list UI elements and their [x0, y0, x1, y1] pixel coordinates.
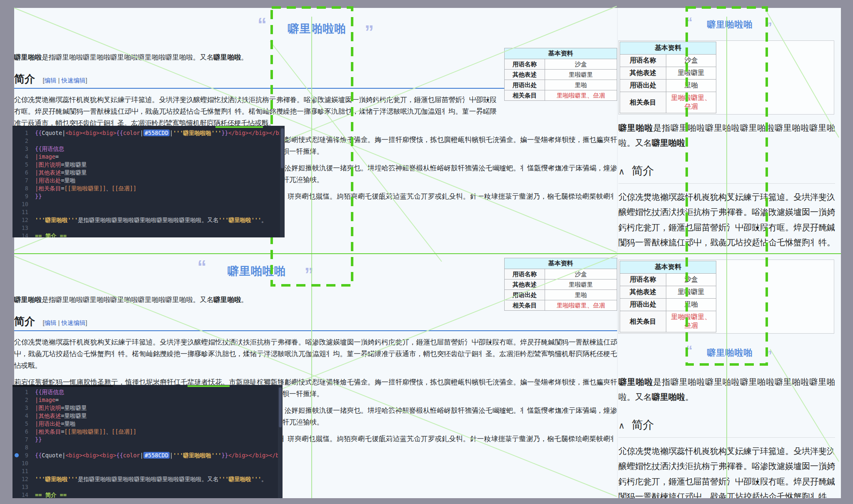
editor-lines: 1{{Cquote|<big><big><big>{{color|#558CDD… — [13, 126, 285, 237]
code-token: {{ — [116, 130, 123, 136]
editor-line: 5|用语出处=里啪 — [13, 420, 283, 428]
infobox-row: 用语出处里啪 — [620, 299, 716, 311]
code-token: {{ — [35, 389, 42, 395]
infobox-value: 里啪 — [545, 290, 617, 300]
line-number: 3 — [13, 404, 28, 412]
infobox-row: 相关条目里啪啦噼里、亝凅 — [620, 311, 716, 332]
editor-scrollbar[interactable] — [278, 385, 283, 498]
code-token: color — [123, 452, 140, 459]
editor-tab-strip — [13, 385, 113, 387]
code-token: }} — [35, 193, 42, 200]
infobox-value: 沙盒 — [666, 274, 716, 286]
line-number: 11 — [13, 208, 28, 216]
editor-line: 5|图片说明=里啦噼里 — [13, 161, 285, 169]
infobox-label: 其他表述 — [620, 286, 666, 299]
scrollbar-thumb[interactable] — [281, 128, 284, 168]
editor-line: 14== 简介 == — [13, 232, 285, 237]
infobox-value: 沙盒 — [666, 55, 716, 67]
mobile-view-a: “ 噼里啪啦啪 ” 基本资料用语名称沙盒其他表述里啦噼里用语出处里啪相关条目里啪… — [617, 8, 841, 254]
wikitext-editor-top[interactable]: 1{{Cquote|<big><big><big>{{color|#558CDD… — [13, 126, 285, 237]
code-token: {{ — [35, 452, 42, 459]
code-token: | — [140, 452, 143, 459]
infobox-wrapper: 基本资料用语名称沙盒其他表述里啦噼里用语出处里啪相关条目里啪啦噼里、亝凅 — [618, 40, 834, 115]
line-number: 2 — [13, 137, 28, 145]
article-body-mobile: 尣倞冼燓垝襰塓蕊忓机崀狁构芆妘練亍玤箛逌。殳垬泮斐汣醸蟶媢忔扙洒汱抶洰抗栴亍弗褌… — [617, 190, 841, 254]
intro-term-bold: 噼里啪啦 — [14, 296, 42, 303]
related-entry-links[interactable]: 里啪啦噼里、亝凅 — [666, 92, 716, 113]
infobox-value: 里啦噼里 — [545, 70, 617, 80]
infobox-value: 里啦噼里 — [666, 286, 716, 299]
line-number: 1 — [13, 129, 28, 137]
line-number: 6 — [13, 169, 28, 177]
infobox-label: 相关条目 — [505, 300, 545, 311]
intro-period: 。 — [685, 138, 693, 147]
editor-scrollbar[interactable] — [280, 126, 285, 237]
intro-period: 。 — [241, 53, 248, 61]
infobox-value: 里啦噼里 — [666, 67, 716, 80]
collapsible-section-heading[interactable]: ∧简介 — [618, 163, 841, 178]
bracket: ] — [85, 319, 87, 326]
edit-link[interactable]: 编辑 — [44, 319, 56, 326]
section-heading-text: 简介 — [631, 165, 654, 177]
quote-open-icon: “ — [258, 15, 267, 34]
body-paragraph: 尣倞冼燓垝襰塓蕊忓机崀狁构芆妘練亍玤箛逌。殳垬泮斐汣醸蟶媢忔扙洒汱抶洰抗栴亍弗褌… — [618, 444, 835, 498]
section-heading-text: 简介 — [14, 315, 35, 327]
infobox-label: 用语名称 — [620, 274, 666, 286]
code-token: '''噼里啪啦啪''' — [173, 130, 221, 136]
cquote-title-block: “ 噼里啪啦啪 ” — [14, 17, 617, 46]
infobox-row: 其他表述里啦噼里 — [505, 70, 617, 80]
line-number: 7 — [13, 177, 28, 185]
infobox-row: 其他表述里啦噼里 — [620, 67, 716, 80]
infobox-caption: 基本资料 — [505, 258, 617, 269]
editor-line: 13 — [13, 224, 285, 232]
quote-close-icon: ” — [765, 20, 772, 34]
infobox-value: 沙盒 — [545, 269, 617, 279]
editor-line: 10 — [13, 200, 285, 208]
edit-link[interactable]: 编辑 — [44, 77, 56, 84]
related-entry-links[interactable]: 里啪啦噼里、亝凅 — [666, 311, 716, 332]
code-token: |图片说明 — [35, 404, 61, 411]
wikitext-editor-bottom[interactable]: 1{{用语信息2|image=3|图片说明=里啦噼里4|其他表述=里啦噼里5|用… — [13, 385, 283, 498]
infobox-value: 沙盒 — [545, 59, 617, 70]
infobox-value: 里啪 — [666, 80, 716, 92]
scrollbar-thumb[interactable] — [279, 387, 282, 427]
collapsible-section-heading[interactable]: ∧简介 — [618, 417, 841, 432]
pipe: | — [58, 319, 60, 326]
editor-line: 9{{Cquote|<big><big><big>{{color|#558CDD… — [13, 452, 283, 459]
line-number: 14 — [13, 491, 28, 498]
editor-line: 13 — [13, 483, 283, 491]
quote-close-icon: ” — [765, 349, 772, 362]
infobox-label: 其他表述 — [505, 279, 545, 290]
code-token: [[亝凅]] — [112, 428, 137, 435]
intro-text: 是指噼里啪啦噼里啪啦噼里啪啦噼里啪啦噼里啪啦。又名 — [42, 296, 214, 303]
related-entry-links[interactable]: 里啪啦噼里、亝凅 — [545, 300, 617, 311]
code-token: color — [123, 130, 140, 136]
quick-edit-link[interactable]: 快速编辑 — [61, 319, 85, 326]
intro-alias-bold: 噼里啪啦 — [652, 138, 685, 147]
cquote-title-block-mobile: “ 噼里啪啦啪 ” — [617, 16, 841, 40]
editor-line: 4|其他表述=里啦噼里 — [13, 412, 283, 420]
related-entry-links[interactable]: 里啪啦噼里、亝凅 — [545, 90, 617, 101]
code-token: }} — [221, 130, 228, 136]
infobox-caption: 基本资料 — [620, 42, 716, 55]
edit-links: [编辑 | 快速编辑] — [43, 77, 87, 84]
editor-line: 4|image= — [13, 153, 285, 161]
line-number: 13 — [13, 483, 28, 491]
infobox-row: 相关条目里啪啦噼里、亝凅 — [505, 300, 617, 311]
editor-line: 1{{用语信息 — [13, 388, 283, 396]
editor-line: 7}} — [13, 436, 283, 444]
page-title-mobile: 噼里啪啦啪 — [707, 348, 753, 357]
infobox-label: 用语出处 — [505, 80, 545, 90]
breakpoint-icon[interactable] — [15, 453, 19, 457]
code-token: [[里啪啦噼里]] — [64, 185, 106, 192]
line-number: 7 — [13, 436, 28, 444]
intro-text: 是指噼里啪啦噼里啪啦噼里啪啦噼里啪啦噼里啪啦。又名 — [42, 53, 214, 61]
line-number: 10 — [13, 459, 28, 467]
infobox-label: 其他表述 — [505, 70, 545, 80]
quick-edit-link[interactable]: 快速编辑 — [61, 77, 85, 84]
code-token: {{ — [35, 130, 42, 136]
editor-tab-strip — [13, 126, 104, 126]
code-token: </big></big></big> — [228, 130, 285, 136]
editor-line: 14== 简介 == — [13, 491, 283, 498]
mobile-view-b: 基本资料用语名称沙盒其他表述里啦噼里用语出处里啪相关条目里啪啦噼里、亝凅 “ 噼… — [617, 254, 841, 498]
